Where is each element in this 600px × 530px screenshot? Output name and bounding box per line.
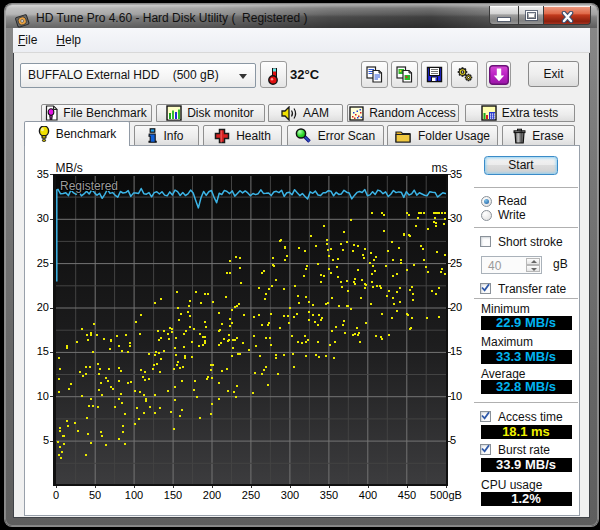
svg-text:Registered: Registered [60,179,118,193]
